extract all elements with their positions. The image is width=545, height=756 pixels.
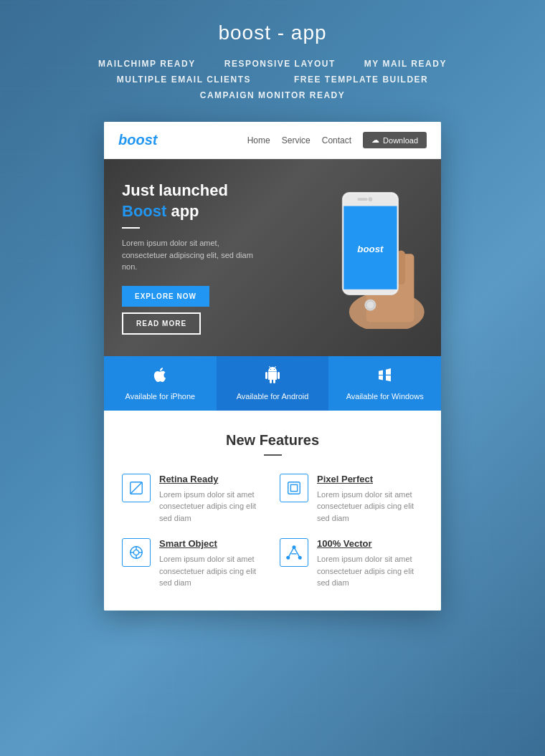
feature-vector-title: 100% Vector — [317, 538, 423, 549]
retina-icon-box — [122, 474, 151, 502]
windows-icon — [376, 366, 394, 388]
tags-row-2: MULTIPLE EMAIL CLIENTS FREE TEMPLATE BUI… — [117, 75, 429, 85]
hero-description: Lorem ipsum dolor sit amet, consectetuer… — [122, 237, 265, 273]
email-preview-card: boost Home Service Contact ☁ Download Ju… — [104, 122, 441, 611]
nav-link-contact[interactable]: Contact — [322, 135, 351, 145]
feature-smart-title: Smart Object — [159, 538, 265, 549]
nav-link-home[interactable]: Home — [247, 135, 270, 145]
hero-divider — [122, 227, 140, 229]
platform-windows: Available for Windows — [328, 356, 441, 411]
feature-pixel: Pixel Perfect Lorem ipsum dolor sit amet… — [280, 474, 423, 525]
feature-retina-title: Retina Ready — [159, 474, 265, 484]
platform-windows-label: Available for Windows — [346, 392, 424, 401]
android-icon — [264, 366, 281, 388]
features-title: New Features — [122, 432, 423, 449]
features-grid: Retina Ready Lorem ipsum dolor sit amet … — [122, 474, 423, 589]
hero-title-line2: Boost — [122, 202, 166, 220]
nav-link-service[interactable]: Service — [282, 135, 311, 145]
nav-links: Home Service Contact ☁ Download — [247, 132, 427, 148]
explore-now-button[interactable]: EXPLORE NOW — [122, 286, 209, 307]
features-section: New Features Retina Ready Lorem ipsum do… — [104, 411, 441, 611]
feature-vector-desc: Lorem ipsum dolor sit amet consectetuer … — [317, 553, 423, 589]
tag-mailchimp: MAILCHIMP READY — [98, 59, 196, 69]
feature-smart-text: Smart Object Lorem ipsum dolor sit amet … — [159, 538, 265, 589]
hero-section: Just launched Boost app Lorem ipsum dolo… — [104, 159, 441, 356]
svg-line-16 — [131, 482, 143, 494]
feature-retina: Retina Ready Lorem ipsum dolor sit amet … — [122, 474, 265, 525]
phone-illustration: boost — [326, 186, 427, 329]
nav-brand: boost — [118, 132, 157, 148]
tag-email-clients: MULTIPLE EMAIL CLIENTS — [117, 75, 251, 85]
nav-download-button[interactable]: ☁ Download — [363, 132, 427, 148]
vector-icon-box — [280, 538, 308, 567]
pixel-icon-box — [280, 474, 308, 502]
svg-point-26 — [298, 557, 301, 560]
download-icon: ☁ — [371, 135, 379, 145]
svg-point-27 — [293, 546, 295, 549]
features-divider — [264, 454, 282, 456]
email-nav: boost Home Service Contact ☁ Download — [104, 122, 441, 159]
apple-icon — [151, 366, 169, 388]
page-content: boost - app MAILCHIMP READY RESPONSIVE L… — [0, 0, 545, 639]
feature-smart: Smart Object Lorem ipsum dolor sit amet … — [122, 538, 265, 589]
svg-text:boost: boost — [357, 244, 384, 255]
platform-iphone-label: Available for iPhone — [125, 392, 196, 401]
platform-bar: Available for iPhone Available for Andro… — [104, 356, 441, 411]
tag-template-builder: FREE TEMPLATE BUILDER — [294, 75, 428, 85]
svg-rect-17 — [288, 482, 300, 494]
feature-retina-desc: Lorem ipsum dolor sit amet consectetuer … — [159, 489, 265, 525]
platform-android-label: Available for Android — [237, 392, 309, 401]
tag-mymail: MY MAIL READY — [364, 59, 447, 69]
feature-pixel-text: Pixel Perfect Lorem ipsum dolor sit amet… — [317, 474, 423, 525]
feature-pixel-title: Pixel Perfect — [317, 474, 423, 484]
feature-retina-text: Retina Ready Lorem ipsum dolor sit amet … — [159, 474, 265, 525]
feature-pixel-desc: Lorem ipsum dolor sit amet consectetuer … — [317, 489, 423, 525]
smart-icon-box — [122, 538, 151, 567]
tag-responsive: RESPONSIVE LAYOUT — [224, 59, 336, 69]
svg-rect-10 — [357, 198, 367, 201]
feature-vector-text: 100% Vector Lorem ipsum dolor sit amet c… — [317, 538, 423, 589]
read-more-button[interactable]: READ MORE — [122, 312, 201, 335]
tags-row-1: MAILCHIMP READY RESPONSIVE LAYOUT MY MAI… — [98, 59, 447, 69]
svg-point-25 — [287, 557, 290, 560]
svg-point-20 — [133, 550, 138, 555]
tag-campaign-monitor: CAMPAIGN MONITOR READY — [200, 90, 346, 100]
svg-point-9 — [369, 198, 373, 202]
platform-android: Available for Android — [217, 356, 329, 411]
hero-title-line1: Just launched — [122, 181, 228, 199]
platform-iphone: Available for iPhone — [104, 356, 217, 411]
hero-title-line3: app — [166, 202, 199, 220]
download-label: Download — [383, 136, 418, 145]
tags-row-3: CAMPAIGN MONITOR READY — [200, 90, 346, 100]
feature-smart-desc: Lorem ipsum dolor sit amet consectetuer … — [159, 553, 265, 589]
page-title: boost - app — [218, 21, 326, 44]
svg-rect-18 — [290, 484, 297, 491]
feature-vector: 100% Vector Lorem ipsum dolor sit amet c… — [280, 538, 423, 589]
